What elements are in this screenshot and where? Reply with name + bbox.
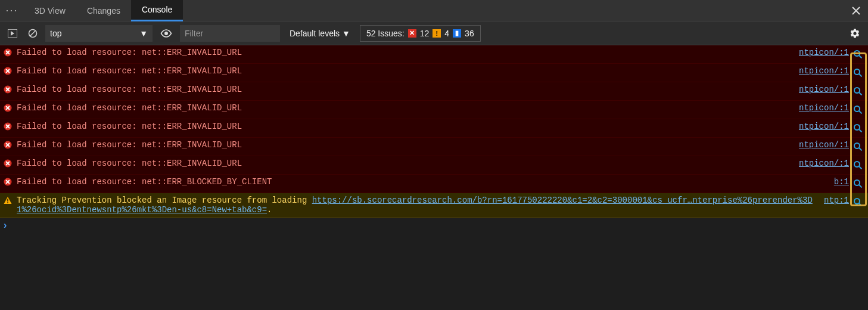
search-icon[interactable]: [851, 122, 864, 135]
panel-tabbar: ··· 3D View Changes Console: [0, 0, 868, 21]
dropdown-icon: ▼: [139, 29, 148, 38]
error-icon: [4, 85, 13, 95]
issues-label: 52 Issues:: [366, 29, 405, 38]
search-icon[interactable]: [851, 140, 864, 153]
svg-line-21: [859, 148, 862, 151]
console-row: Failed to load resource: net::ERR_INVALI…: [0, 138, 868, 156]
search-icon[interactable]: [851, 66, 864, 79]
svg-line-12: [859, 92, 862, 95]
error-icon: [4, 178, 13, 187]
error-icon: [4, 159, 13, 169]
source-link[interactable]: ntp:1: [824, 196, 849, 205]
svg-point-11: [854, 88, 860, 93]
info-badge-icon: ▮: [453, 29, 461, 38]
source-link[interactable]: ntpicon/:1: [799, 48, 849, 57]
search-icon[interactable]: [851, 196, 864, 209]
svg-point-5: [854, 51, 860, 56]
source-link[interactable]: ntpicon/:1: [799, 159, 849, 168]
close-icon[interactable]: [844, 0, 868, 21]
console-output: Failed to load resource: net::ERR_INVALI…: [0, 45, 868, 218]
error-icon: [4, 122, 13, 132]
tab-changes[interactable]: Changes: [76, 0, 131, 21]
console-message: Failed to load resource: net::ERR_INVALI…: [17, 66, 794, 76]
error-icon: [4, 67, 13, 76]
error-count: 12: [420, 29, 430, 38]
svg-line-6: [859, 55, 862, 58]
warning-icon: [4, 196, 13, 206]
toggle-sidebar-icon[interactable]: [5, 26, 20, 41]
message-link[interactable]: https://sb.scorecardresearch.com/b?rn=16…: [17, 196, 813, 215]
info-count: 36: [465, 29, 474, 38]
error-icon: [4, 104, 13, 113]
svg-line-27: [859, 185, 862, 188]
source-link[interactable]: b:1: [834, 177, 849, 187]
console-prompt[interactable]: ›: [0, 218, 868, 233]
console-row: Failed to load resource: net::ERR_INVALI…: [0, 156, 868, 175]
error-icon: [4, 141, 13, 150]
svg-rect-28: [7, 199, 8, 202]
tab-3d-view[interactable]: 3D View: [24, 0, 76, 21]
console-message: Tracking Prevention blocked an Image res…: [17, 196, 819, 215]
search-icon[interactable]: [851, 85, 864, 98]
console-message: Failed to load resource: net::ERR_INVALI…: [17, 122, 794, 131]
svg-line-9: [859, 74, 862, 77]
svg-rect-29: [7, 202, 8, 203]
error-icon: [4, 48, 13, 58]
execution-context-select[interactable]: top ▼: [45, 25, 153, 42]
source-link[interactable]: ntpicon/:1: [799, 85, 849, 94]
source-link[interactable]: ntpicon/:1: [799, 122, 849, 131]
svg-point-8: [854, 69, 860, 75]
more-icon[interactable]: ···: [0, 0, 24, 21]
source-link[interactable]: ntpicon/:1: [799, 66, 849, 76]
dropdown-icon: ▼: [342, 29, 350, 38]
svg-line-2: [30, 30, 36, 36]
search-icon[interactable]: [851, 48, 864, 61]
search-icon[interactable]: [851, 159, 864, 172]
console-row: Failed to load resource: net::ERR_INVALI…: [0, 64, 868, 82]
svg-line-18: [859, 129, 862, 132]
console-message: Failed to load resource: net::ERR_INVALI…: [17, 103, 794, 113]
live-expression-icon[interactable]: [157, 25, 175, 42]
issues-summary[interactable]: 52 Issues: ✕12 !4 ▮36: [360, 25, 481, 42]
svg-point-3: [164, 32, 168, 35]
console-message: Failed to load resource: net::ERR_BLOCKE…: [17, 177, 829, 187]
svg-line-15: [859, 111, 862, 114]
levels-label: Default levels: [290, 29, 340, 38]
settings-icon[interactable]: [847, 25, 863, 42]
console-row: Failed to load resource: net::ERR_INVALI…: [0, 119, 868, 138]
console-message: Failed to load resource: net::ERR_INVALI…: [17, 140, 794, 150]
console-row: Failed to load resource: net::ERR_INVALI…: [0, 82, 868, 101]
tab-console[interactable]: Console: [131, 0, 183, 21]
warning-count: 4: [444, 29, 449, 38]
svg-line-31: [859, 203, 862, 206]
console-row: Failed to load resource: net::ERR_BLOCKE…: [0, 175, 868, 193]
log-levels-select[interactable]: Default levels ▼: [285, 25, 355, 42]
source-link[interactable]: ntpicon/:1: [799, 103, 849, 113]
search-icon[interactable]: [851, 103, 864, 116]
context-label: top: [50, 29, 61, 38]
console-row: Tracking Prevention blocked an Image res…: [0, 193, 868, 218]
svg-line-24: [859, 166, 862, 169]
warning-badge-icon: !: [433, 29, 441, 38]
console-toolbar: top ▼ Default levels ▼ 52 Issues: ✕12 !4…: [0, 21, 868, 45]
clear-console-icon[interactable]: [25, 26, 41, 41]
source-link[interactable]: ntpicon/:1: [799, 140, 849, 150]
chevron-right-icon: ›: [4, 220, 7, 231]
search-icon[interactable]: [851, 177, 864, 190]
console-row: Failed to load resource: net::ERR_INVALI…: [0, 45, 868, 64]
console-message: Failed to load resource: net::ERR_INVALI…: [17, 159, 794, 168]
svg-point-30: [854, 199, 860, 204]
svg-point-26: [854, 180, 860, 185]
svg-point-23: [854, 162, 860, 167]
svg-point-14: [854, 106, 860, 111]
filter-input[interactable]: [180, 25, 280, 42]
error-badge-icon: ✕: [408, 29, 416, 38]
console-message: Failed to load resource: net::ERR_INVALI…: [17, 85, 794, 94]
console-row: Failed to load resource: net::ERR_INVALI…: [0, 101, 868, 119]
svg-point-17: [854, 125, 860, 130]
svg-point-20: [854, 143, 860, 148]
console-message: Failed to load resource: net::ERR_INVALI…: [17, 48, 794, 57]
